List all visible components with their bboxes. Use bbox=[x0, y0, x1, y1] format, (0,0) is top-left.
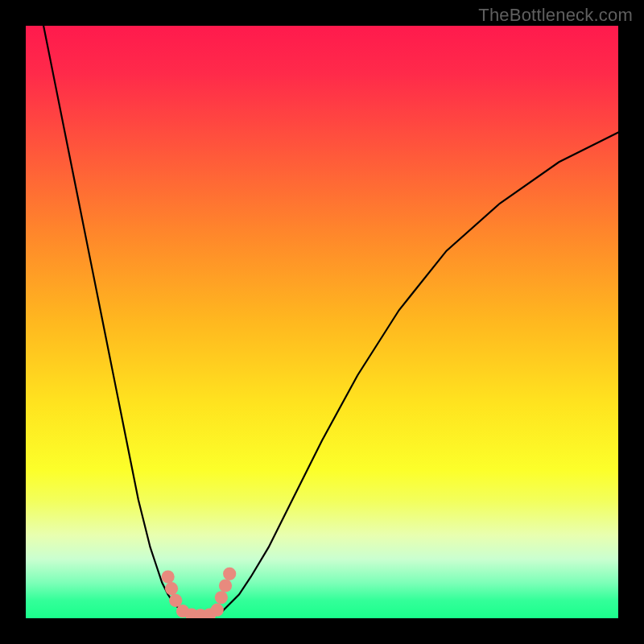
watermark-text: TheBottleneck.com bbox=[478, 5, 633, 26]
curve-layer bbox=[26, 26, 618, 618]
data-marker bbox=[165, 582, 178, 595]
data-marker bbox=[162, 570, 175, 583]
chart-frame: TheBottleneck.com bbox=[0, 0, 644, 644]
curve-left-curve bbox=[43, 26, 192, 615]
data-marker bbox=[169, 594, 182, 607]
data-marker bbox=[219, 579, 232, 592]
plot-area bbox=[26, 26, 618, 618]
curve-right-curve bbox=[216, 132, 618, 615]
data-marker bbox=[215, 591, 228, 604]
data-marker bbox=[211, 604, 224, 617]
data-marker bbox=[223, 568, 236, 580]
